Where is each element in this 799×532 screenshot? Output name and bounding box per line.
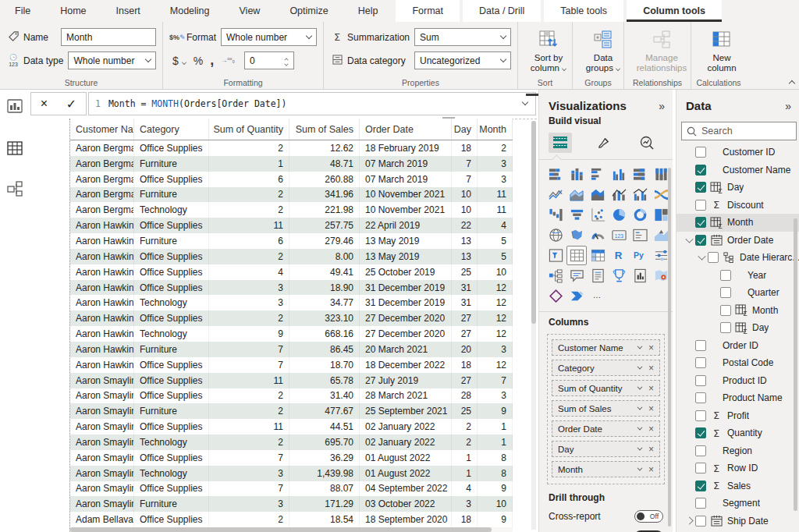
table-cell[interactable]: Technology xyxy=(134,326,209,342)
table-cell[interactable]: 12 xyxy=(478,280,513,296)
column-header-category[interactable]: Category xyxy=(134,119,209,140)
table-cell[interactable]: 8.00 xyxy=(289,249,360,264)
table-cell[interactable]: Aaron Hawkins xyxy=(70,357,134,373)
data-panel-scrollbar[interactable] xyxy=(794,218,797,511)
field-checkbox[interactable] xyxy=(695,410,706,421)
table-cell[interactable]: 27 December 2020 xyxy=(360,310,452,326)
smart-narrative-visual-icon[interactable] xyxy=(588,266,608,286)
table-cell[interactable]: 36.29 xyxy=(289,450,360,466)
table-cell[interactable]: 44.51 xyxy=(289,419,360,434)
table-cell[interactable]: Furniture xyxy=(134,233,209,249)
table-cell[interactable]: Office Supplies xyxy=(134,481,209,497)
field-item-product-name[interactable]: Product Name xyxy=(676,389,799,407)
table-cell[interactable]: 10 November 2021 xyxy=(360,202,452,218)
donut-visual-icon[interactable] xyxy=(630,205,650,225)
table-cell[interactable]: 341.96 xyxy=(289,187,360,203)
table-cell[interactable]: 31.40 xyxy=(289,388,360,404)
table-cell[interactable]: Office Supplies xyxy=(134,419,209,434)
table-cell[interactable]: 4 xyxy=(209,264,289,280)
remove-field-icon[interactable]: × xyxy=(648,343,654,353)
table-cell[interactable]: 9 xyxy=(478,512,513,527)
table-cell[interactable]: Aaron Hawkins xyxy=(70,218,134,233)
table-cell[interactable]: 8 xyxy=(478,450,513,466)
table-cell[interactable]: 13 May 2019 xyxy=(360,233,452,249)
table-cell[interactable]: Aaron Bergman xyxy=(70,202,134,218)
table-cell[interactable]: 27 December 2020 xyxy=(360,326,452,342)
table-cell[interactable]: 12.62 xyxy=(289,140,360,156)
tab-column-tools[interactable]: Column tools xyxy=(627,0,722,22)
field-well-pill-customer-name[interactable]: Customer Name× xyxy=(552,339,660,356)
table-cell[interactable]: 18 xyxy=(452,140,478,156)
tab-data-drill[interactable]: Data / Drill xyxy=(463,0,541,22)
table-cell[interactable]: 88.07 xyxy=(289,481,360,497)
remove-field-icon[interactable]: × xyxy=(648,424,654,434)
table-cell[interactable]: 3 xyxy=(209,280,289,296)
area-stacked-visual-icon[interactable] xyxy=(588,185,608,204)
data-category-dropdown[interactable]: Uncategorized xyxy=(414,51,511,69)
tab-format[interactable]: Format xyxy=(396,0,460,22)
table-cell[interactable]: 11 xyxy=(209,218,289,233)
card-visual-icon[interactable]: 123 xyxy=(609,225,629,245)
field-item-region[interactable]: Region xyxy=(676,442,799,460)
table-cell[interactable]: 18 September 2020 xyxy=(360,512,452,527)
table-cell[interactable]: Aaron Bergman xyxy=(70,187,134,203)
table-visual-icon[interactable] xyxy=(566,246,587,265)
field-item-ship-date[interactable]: Ship Date xyxy=(676,512,799,530)
table-cell[interactable]: 13 xyxy=(452,249,478,264)
field-item-row-id[interactable]: ΣRow ID xyxy=(676,459,799,477)
remove-field-icon[interactable]: × xyxy=(648,465,654,474)
table-cell[interactable]: 5 xyxy=(478,233,513,249)
field-item-quantity[interactable]: ΣQuantity xyxy=(676,424,799,442)
table-cell[interactable]: Office Supplies xyxy=(134,357,209,373)
tab-table-tools[interactable]: Table tools xyxy=(544,0,623,22)
table-cell[interactable]: 7 xyxy=(209,450,289,466)
field-checkbox[interactable] xyxy=(720,270,731,281)
table-cell[interactable]: Aaron Smayling xyxy=(70,403,134,419)
decimal-places-icon[interactable]: →⁰⁰₀ xyxy=(221,57,235,64)
more-visual-icon[interactable]: … xyxy=(588,286,608,306)
collapse-ribbon-button[interactable] xyxy=(789,80,795,87)
decimal-places-stepper[interactable]: 0 xyxy=(244,51,294,69)
model-view-button[interactable] xyxy=(6,180,23,197)
table-cell[interactable]: Aaron Bergman xyxy=(70,172,134,187)
table-cell[interactable]: 27 July 2019 xyxy=(360,373,452,388)
remove-field-icon[interactable]: × xyxy=(648,364,654,373)
field-checkbox[interactable] xyxy=(695,427,706,438)
line-stacked-column-visual-icon[interactable] xyxy=(609,185,629,204)
table-cell[interactable]: 7 xyxy=(209,357,289,373)
column-stacked-visual-icon[interactable] xyxy=(566,165,587,184)
table-cell[interactable]: 1 xyxy=(452,466,478,481)
collapse-visualizations-icon[interactable]: » xyxy=(659,100,665,112)
table-cell[interactable]: Office Supplies xyxy=(134,264,209,280)
field-item-month[interactable]: ΣMonth xyxy=(676,214,799,232)
field-item-discount[interactable]: ΣDiscount xyxy=(676,197,799,215)
field-item-order-id[interactable]: Order ID xyxy=(676,337,799,355)
table-cell[interactable]: 2 xyxy=(209,187,289,203)
table-cell[interactable]: Technology xyxy=(134,295,209,310)
table-cell[interactable]: 31 xyxy=(452,295,478,310)
multirow-card-visual-icon[interactable] xyxy=(630,225,650,245)
table-cell[interactable]: 6 xyxy=(209,172,289,187)
field-checkbox[interactable] xyxy=(695,147,706,158)
table-cell[interactable]: 65.78 xyxy=(289,373,360,388)
pie-visual-icon[interactable] xyxy=(609,205,629,225)
field-well-pill-sum-of-sales[interactable]: Sum of Sales× xyxy=(552,400,660,417)
column-header-sum-of-sales[interactable]: Sum of Sales xyxy=(289,119,360,140)
table-cell[interactable]: Aaron Smayling xyxy=(70,419,134,434)
table-vertical-scrollbar[interactable] xyxy=(531,121,536,530)
field-checkbox[interactable] xyxy=(720,305,731,316)
field-well-pill-order-date[interactable]: Order Date× xyxy=(552,420,660,437)
table-cell[interactable]: Office Supplies xyxy=(134,373,209,388)
matrix-visual-icon[interactable] xyxy=(588,246,608,265)
table-cell[interactable]: Office Supplies xyxy=(134,218,209,233)
table-cell[interactable]: 10 xyxy=(478,496,513,512)
bar-clustered-visual-icon[interactable] xyxy=(588,165,608,184)
format-dropdown[interactable]: Whole number xyxy=(221,28,317,46)
table-cell[interactable]: Office Supplies xyxy=(134,310,209,326)
table-cell[interactable]: 2 xyxy=(209,434,289,450)
line-visual-icon[interactable] xyxy=(545,185,566,204)
table-cell[interactable]: 2 xyxy=(209,310,289,326)
table-cell[interactable]: 257.75 xyxy=(289,218,360,233)
table-cell[interactable]: 07 March 2019 xyxy=(360,172,452,187)
table-cell[interactable]: 18 xyxy=(452,512,478,527)
